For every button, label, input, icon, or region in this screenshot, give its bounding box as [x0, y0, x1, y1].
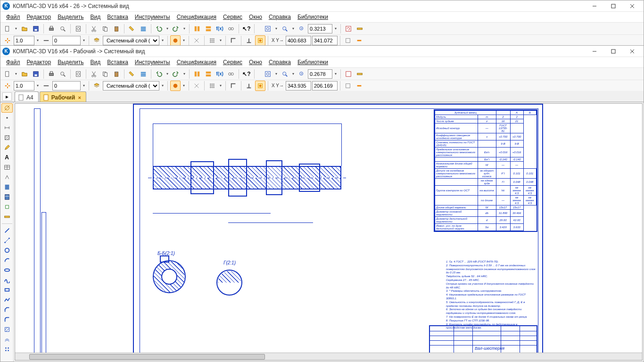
extra-button-2b[interactable] — [354, 81, 364, 91]
drawing-canvas[interactable]: Зубчатый венецАБМодульm22Число зубьевz16… — [15, 103, 643, 361]
extra-button-1a[interactable] — [343, 35, 353, 46]
new-doc-dd-2[interactable]: ▾ — [14, 69, 18, 79]
horizontal-scrollbar[interactable] — [15, 353, 642, 360]
tool-table[interactable] — [1, 163, 13, 172]
redo-button-2[interactable] — [171, 69, 181, 79]
paste-button-2[interactable] — [111, 69, 122, 79]
zoom-dynamic-button-2[interactable]: + — [297, 69, 307, 79]
tool-chamfer[interactable] — [1, 305, 13, 314]
print-button[interactable] — [46, 24, 57, 34]
zoom-fit-button-2[interactable] — [263, 69, 273, 79]
tool-edit[interactable] — [1, 143, 13, 152]
layer-offset-input-1[interactable] — [52, 36, 81, 45]
open-button-2[interactable] — [19, 69, 30, 79]
layer-sel-dd-2[interactable]: ▾ — [160, 81, 165, 91]
menu-insert-1[interactable]: Вставка — [104, 13, 131, 21]
line-weight-input-1[interactable] — [14, 36, 34, 45]
tool-circle[interactable] — [1, 246, 13, 255]
menu-spec-1[interactable]: Спецификация — [174, 13, 219, 21]
tool-designation[interactable] — [1, 192, 13, 202]
zoom-window-button[interactable] — [280, 24, 290, 34]
tool-line[interactable] — [1, 226, 13, 235]
maximize-button-win2[interactable] — [604, 46, 623, 57]
menu-libs-2[interactable]: Библиотеки — [295, 58, 331, 66]
menu-insert-2[interactable]: Вставка — [104, 58, 131, 66]
save-button[interactable] — [31, 24, 41, 34]
grid-button-2[interactable] — [207, 81, 217, 91]
tool-hatch[interactable] — [1, 133, 13, 142]
menu-service-1[interactable]: Сервис — [220, 13, 245, 21]
new-doc-dropdown[interactable]: ▾ — [14, 24, 18, 34]
tool-polyline[interactable] — [1, 295, 13, 304]
close-button-win1[interactable] — [623, 1, 642, 11]
tab-close-icon[interactable]: × — [77, 95, 81, 100]
zoom-win-dd-2[interactable]: ▾ — [291, 69, 296, 79]
tool-text[interactable]: A — [1, 153, 13, 162]
tool-arc[interactable] — [1, 255, 13, 265]
snap-end-button-2[interactable] — [191, 81, 202, 91]
lineweight-dropdown-1[interactable]: ▾ — [35, 35, 40, 46]
hscroll-thumb[interactable] — [29, 354, 265, 360]
zoom-dynamic-button[interactable]: + — [297, 24, 307, 34]
step-button-1[interactable] — [2, 35, 13, 46]
minimize-button-win2[interactable] — [585, 46, 604, 57]
grid-button-1[interactable] — [207, 35, 217, 46]
refresh-button-2[interactable] — [343, 69, 354, 79]
snap-toggle-button-1[interactable] — [255, 35, 265, 46]
undo-dropdown[interactable]: ▾ — [165, 24, 170, 34]
layer-offset-input-2[interactable] — [52, 81, 81, 90]
layers-icon-1[interactable] — [91, 35, 102, 46]
grid-dd-2[interactable]: ▾ — [218, 81, 223, 91]
grid-dd-1[interactable]: ▾ — [218, 35, 223, 46]
undo-button-2[interactable] — [154, 69, 164, 79]
zoom-window-button-2[interactable] — [280, 69, 290, 79]
coord-y-input-1[interactable] — [312, 36, 338, 45]
layer-offset-dropdown-1[interactable]: ▾ — [82, 35, 86, 46]
copy-button[interactable] — [100, 24, 110, 34]
tool-equidistant[interactable] — [1, 335, 13, 344]
tool-array[interactable] — [1, 345, 13, 354]
tool-point[interactable] — [1, 113, 13, 123]
copy-button-2[interactable] — [100, 69, 110, 79]
ortho-button-2[interactable] — [228, 81, 239, 91]
manager-button-2a[interactable] — [192, 69, 202, 79]
open-button[interactable] — [19, 24, 30, 34]
layers-icon-2[interactable] — [91, 81, 102, 91]
format-painter-button-2[interactable] — [127, 69, 137, 79]
properties-button-2[interactable] — [138, 69, 149, 79]
tab-a4[interactable]: А4 — [15, 91, 39, 102]
help-pointer-button-2[interactable]: ↖? — [241, 69, 252, 79]
color-dd-2[interactable]: ▾ — [182, 81, 186, 91]
print-button-2[interactable] — [46, 69, 57, 79]
menu-service-2[interactable]: Сервис — [220, 58, 245, 66]
undo-button[interactable] — [154, 24, 164, 34]
menu-select-2[interactable]: Выделить — [55, 58, 86, 66]
tool-fillet[interactable] — [1, 315, 13, 324]
coord-x-input-1[interactable] — [286, 36, 311, 45]
coord-y-input-2[interactable] — [312, 81, 338, 90]
step-button-2[interactable] — [2, 81, 13, 91]
zoom-fit-dd-2[interactable]: ▾ — [274, 69, 279, 79]
menu-window-2[interactable]: Окно — [246, 58, 265, 66]
new-tab-button[interactable]: ▸ — [2, 92, 12, 101]
tool-roughness[interactable] — [1, 173, 13, 182]
properties-button[interactable] — [138, 24, 149, 34]
manager-button-2b[interactable] — [203, 69, 214, 79]
close-button-win2[interactable] — [623, 46, 642, 57]
tool-segment[interactable] — [1, 236, 13, 245]
tool-dimension[interactable] — [1, 123, 13, 132]
measure-button-2[interactable] — [355, 69, 365, 79]
menu-select-1[interactable]: Выделить — [55, 13, 86, 21]
redo-dd-2[interactable]: ▾ — [182, 69, 187, 79]
linetype-button-2[interactable] — [41, 81, 51, 91]
maximize-button-win1[interactable] — [604, 1, 623, 11]
tool-measure[interactable] — [1, 212, 13, 222]
menu-help-2[interactable]: Справка — [266, 58, 294, 66]
zoom-value-input-2[interactable] — [308, 69, 332, 79]
tool-parametric[interactable] — [1, 202, 13, 212]
zoom-value-input-1[interactable] — [308, 24, 332, 33]
refresh-button-1[interactable] — [343, 24, 354, 34]
linetype-button-1[interactable] — [41, 35, 51, 46]
preview-page-button-2[interactable] — [73, 69, 83, 79]
tool-spline[interactable] — [1, 275, 13, 285]
